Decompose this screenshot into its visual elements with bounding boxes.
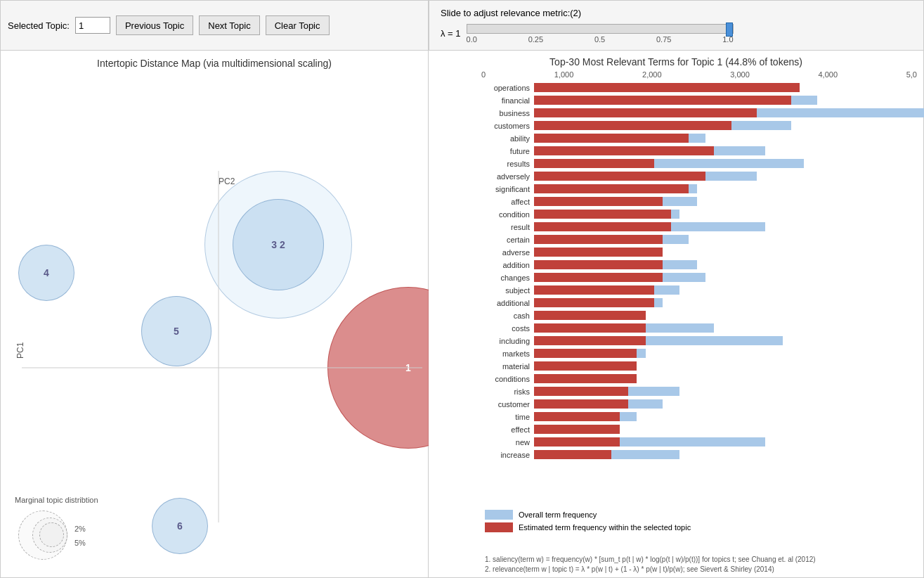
relevance-slider[interactable] — [467, 24, 734, 34]
topic-circle-3-2[interactable]: 3 2 — [233, 199, 324, 290]
bar-container — [534, 247, 917, 257]
table-row: future — [481, 145, 917, 157]
footnote-1: 1. saliency(term w) = frequency(w) * [su… — [485, 555, 816, 565]
bar-label: cash — [481, 312, 534, 320]
bar-label: significant — [481, 185, 534, 193]
pc2-label: PC2 — [219, 176, 235, 186]
x-label-1000: 1,000 — [554, 70, 574, 79]
table-row: certain — [481, 233, 917, 245]
table-row: including — [481, 335, 917, 347]
axis-lines — [1, 72, 429, 522]
legend-red-color — [485, 522, 513, 532]
bar-estimated — [534, 374, 637, 383]
bar-estimated — [534, 235, 663, 244]
bar-label: effect — [481, 425, 534, 434]
marginal-pct-5: 5% — [74, 539, 86, 547]
bar-container — [534, 196, 917, 207]
bar-estimated — [534, 121, 731, 130]
bar-label: addition — [481, 261, 534, 269]
bar-label: including — [481, 337, 534, 345]
tick-075: 0.75 — [656, 35, 671, 44]
table-row: adversely — [481, 170, 917, 182]
bar-container — [534, 373, 917, 384]
topic-5-label: 5 — [174, 326, 179, 337]
bar-label: subject — [481, 286, 534, 295]
bar-label: changes — [481, 274, 534, 282]
table-row: additional — [481, 297, 917, 309]
table-row: new — [481, 436, 917, 448]
intertopic-map[interactable]: PC2 PC1 3 2 1 4 5 6 — [1, 72, 429, 522]
bar-container — [534, 272, 917, 283]
bar-container — [534, 184, 917, 194]
bar-label: results — [481, 160, 534, 168]
topic-circle-4[interactable]: 4 — [18, 245, 74, 301]
bar-label: adversely — [481, 172, 534, 181]
bar-estimated — [534, 248, 663, 257]
bar-container — [534, 221, 917, 232]
bar-estimated — [534, 108, 757, 117]
x-label-2000: 2,000 — [642, 70, 662, 79]
bar-label: condition — [481, 210, 534, 219]
topic-circle-6[interactable]: 6 — [152, 498, 208, 554]
clear-topic-button[interactable]: Clear Topic — [266, 15, 330, 35]
bar-estimated — [534, 399, 628, 409]
table-row: markets — [481, 347, 917, 359]
bar-estimated — [534, 425, 620, 434]
table-row: customer — [481, 398, 917, 410]
prev-topic-button[interactable]: Previous Topic — [116, 15, 193, 35]
bar-label: increase — [481, 451, 534, 459]
table-row: material — [481, 360, 917, 372]
bar-estimated — [534, 298, 654, 307]
table-row: increase — [481, 449, 917, 461]
bar-estimated — [534, 336, 646, 345]
topic-1-label: 1 — [405, 362, 411, 373]
bar-estimated — [534, 273, 663, 282]
table-row: changes — [481, 271, 917, 283]
bar-label: costs — [481, 324, 534, 333]
chart-area: operationsfinancialbusinesscustomersabil… — [429, 82, 924, 518]
bar-container — [534, 158, 917, 169]
bar-container — [534, 348, 917, 359]
x-label-0: 0 — [481, 70, 486, 79]
bar-estimated — [534, 412, 620, 421]
topic-input[interactable] — [75, 17, 110, 34]
bar-label: additional — [481, 299, 534, 307]
table-row: affect — [481, 195, 917, 207]
legend-estimated: Estimated term frequency within the sele… — [485, 522, 691, 532]
tick-025: 0.25 — [528, 35, 543, 44]
bar-container — [534, 310, 917, 321]
x-label-3000: 3,000 — [730, 70, 750, 79]
next-topic-button[interactable]: Next Topic — [199, 15, 259, 35]
bar-container — [534, 323, 917, 333]
topic-circle-5[interactable]: 5 — [141, 296, 212, 366]
x-label-4000: 4,000 — [818, 70, 838, 79]
slider-thumb[interactable] — [726, 23, 733, 37]
chart-legend: Overall term frequency Estimated term fr… — [485, 510, 691, 535]
bar-container — [534, 437, 917, 447]
bar-estimated — [534, 159, 654, 168]
bar-estimated — [534, 311, 646, 320]
bar-container — [534, 120, 917, 131]
bar-estimated — [534, 96, 791, 105]
table-row: subject — [481, 284, 917, 296]
bar-estimated — [534, 323, 646, 333]
table-row: conditions — [481, 373, 917, 385]
lambda-label: λ = 1 — [441, 28, 461, 39]
bar-container — [534, 399, 917, 409]
chart-title: Top-30 Most Relevant Terms for Topic 1 (… — [429, 56, 923, 68]
bar-label: customers — [481, 122, 534, 130]
table-row: condition — [481, 208, 917, 220]
bar-estimated — [534, 210, 671, 219]
bar-estimated — [534, 134, 689, 143]
bar-container — [534, 386, 917, 397]
bar-container — [534, 209, 917, 219]
bar-container — [534, 133, 917, 143]
bar-label: operations — [481, 84, 534, 92]
bar-container — [534, 361, 917, 371]
table-row: risks — [481, 385, 917, 397]
bar-container — [534, 335, 917, 346]
bar-label: customer — [481, 400, 534, 409]
legend-estimated-label: Estimated term frequency within the sele… — [519, 523, 691, 532]
pc1-label: PC1 — [15, 342, 25, 359]
bar-label: result — [481, 223, 534, 231]
